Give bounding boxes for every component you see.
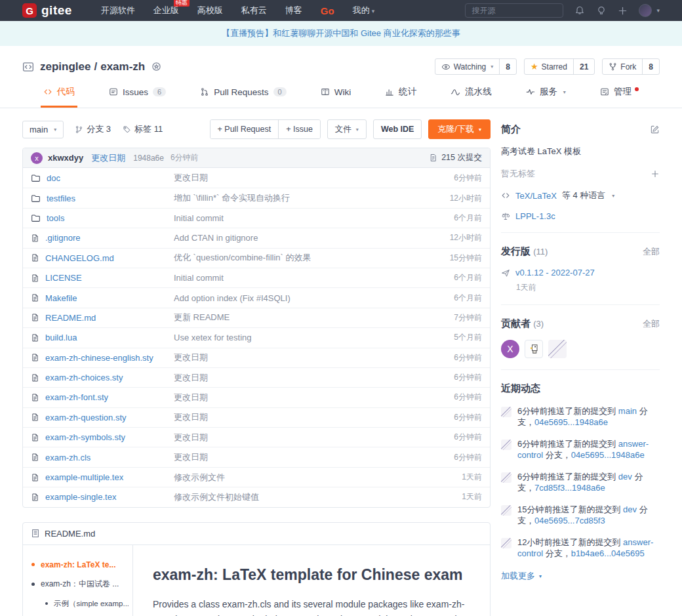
file-name-link[interactable]: doc [31, 173, 174, 183]
branch-selector[interactable]: main ▾ [22, 121, 64, 138]
file-commit-message[interactable]: Initial commit [174, 213, 446, 223]
nav-item-我的[interactable]: 我的▾ [353, 5, 375, 16]
user-menu[interactable]: ▾ [639, 4, 660, 17]
tab-manage[interactable]: 管理 [597, 85, 641, 108]
bulb-icon[interactable] [596, 5, 607, 16]
contributor-avatar[interactable]: X [501, 340, 519, 358]
repo-owner[interactable]: zepinglee [40, 60, 90, 73]
file-name-link[interactable]: exam-zh-font.sty [31, 392, 174, 402]
tab-issues[interactable]: Issues6 [106, 85, 169, 108]
commit-author[interactable]: xkwxdyy [48, 153, 83, 163]
contributors-all-link[interactable]: 全部 [643, 318, 660, 330]
license-link[interactable]: LPPL-1.3c [515, 211, 555, 221]
file-commit-message[interactable]: Initial commit [174, 273, 446, 283]
readme-filename[interactable]: README.md [45, 529, 95, 539]
activity-link[interactable]: main [618, 406, 637, 416]
nav-item-企业版[interactable]: 企业版特惠 [153, 5, 179, 16]
file-commit-message[interactable]: 增加 `\fillin*` 命令实现自动换行 [174, 192, 442, 204]
edit-icon[interactable] [650, 125, 660, 134]
activity-avatar[interactable] [501, 407, 512, 417]
activity-avatar[interactable] [501, 538, 512, 548]
tab-pulls[interactable]: Pull Requests0 [197, 85, 289, 108]
file-name-link[interactable]: Makefile [31, 293, 174, 303]
language-link[interactable]: TeX/LaTeX [515, 191, 557, 201]
add-tag-button[interactable] [651, 169, 660, 178]
activity-link[interactable]: dev [623, 504, 637, 514]
file-commit-message[interactable]: Use xetex for testing [174, 333, 446, 342]
release-version-link[interactable]: v0.1.12 - 2022-07-27 [515, 268, 595, 277]
file-name-link[interactable]: testfiles [31, 194, 174, 203]
tags-link[interactable]: 标签 11 [123, 123, 163, 135]
nav-item-开源软件[interactable]: 开源软件 [101, 5, 135, 16]
nav-item-Go[interactable]: Go [321, 5, 334, 16]
toc-item[interactable]: exam-zh：中国试卷 ... [31, 579, 129, 590]
file-commit-message[interactable]: Add CTAN in gitignore [174, 233, 442, 243]
contributor-avatar[interactable] [548, 340, 567, 358]
file-commit-message[interactable]: 更改日期 [174, 372, 446, 384]
gitee-logo[interactable]: G gitee [22, 3, 72, 18]
tab-service[interactable]: 服务▾ [523, 85, 569, 108]
commit-hash[interactable]: 1948a6e [133, 154, 164, 163]
file-commit-message[interactable]: 更改日期 [174, 451, 446, 463]
activity-link[interactable]: b1b4ae6...04e5695 [571, 548, 645, 558]
contributor-avatar[interactable] [525, 340, 543, 358]
file-name-link[interactable]: exam-zh-choices.sty [31, 373, 174, 382]
file-name-link[interactable]: README.md [31, 313, 174, 323]
activity-avatar[interactable] [501, 440, 512, 450]
fork-button[interactable]: Fork 8 [602, 58, 660, 75]
file-name-link[interactable]: .gitignore [31, 233, 174, 243]
star-button[interactable]: ★ Starred 21 [524, 58, 595, 75]
file-commit-message[interactable]: 修改示例文件 [174, 472, 454, 483]
nav-item-私有云[interactable]: 私有云 [241, 5, 267, 16]
file-commit-message[interactable]: 优化 `question/combine-fillin` 的效果 [174, 252, 442, 264]
activity-link[interactable]: 7cd85f3...1948a6e [534, 483, 605, 493]
chevron-down-icon[interactable]: ▾ [612, 193, 614, 199]
nav-item-博客[interactable]: 博客 [285, 5, 302, 16]
file-commit-message[interactable]: 更改日期 [174, 392, 446, 403]
file-name-link[interactable]: exam-zh-symbols.sty [31, 432, 174, 442]
new-pull-request-button[interactable]: + Pull Request [211, 120, 279, 138]
user-avatar[interactable] [639, 4, 652, 17]
tab-stats[interactable]: 统计 [382, 85, 419, 108]
toc-item[interactable]: 示例（simple examp... [45, 599, 129, 609]
fork-count[interactable]: 8 [642, 59, 659, 74]
search-input[interactable] [465, 3, 563, 18]
repo-name[interactable]: exam-zh [100, 60, 145, 73]
file-commit-message[interactable]: 更新 README [174, 312, 446, 323]
star-count[interactable]: 21 [573, 59, 594, 74]
watch-count[interactable]: 8 [499, 59, 516, 74]
file-name-link[interactable]: CHANGELOG.md [31, 253, 174, 263]
bell-icon[interactable] [574, 5, 585, 16]
nav-item-高校版[interactable]: 高校版 [197, 5, 223, 16]
branches-link[interactable]: 分支 3 [75, 123, 111, 135]
activity-link[interactable]: 04e5695...1948a6e [571, 450, 645, 460]
clone-download-button[interactable]: 克隆/下载 ▾ [428, 119, 491, 139]
file-name-link[interactable]: LICENSE [31, 273, 174, 283]
plus-icon[interactable] [618, 6, 628, 16]
file-name-link[interactable]: exam-zh.cls [31, 453, 174, 462]
file-name-link[interactable]: example-multiple.tex [31, 472, 174, 482]
activity-link[interactable]: dev [618, 472, 632, 482]
activity-link[interactable]: 04e5695...7cd85f3 [534, 516, 605, 525]
commits-total-link[interactable]: 215 次提交 [429, 152, 482, 163]
file-commit-message[interactable]: 修改示例文件初始键值 [174, 491, 454, 503]
activity-avatar[interactable] [501, 472, 512, 483]
new-issue-button[interactable]: + Issue [278, 120, 320, 138]
watch-button[interactable]: Watching ▾ 8 [435, 58, 517, 75]
load-more-button[interactable]: 加载更多 ▾ [501, 570, 660, 582]
activity-avatar[interactable] [501, 505, 512, 516]
file-commit-message[interactable]: 更改日期 [174, 432, 446, 443]
tab-wiki[interactable]: Wiki [318, 85, 354, 108]
file-name-link[interactable]: exam-zh-chinese-english.sty [31, 353, 174, 363]
file-name-link[interactable]: example-single.tex [31, 492, 174, 502]
tab-pipeline[interactable]: 流水线 [448, 85, 494, 108]
file-name-link[interactable]: tools [31, 213, 174, 223]
web-ide-button[interactable]: Web IDE [373, 119, 422, 139]
announcement-link[interactable]: 【直播预告】和红薯聊聊开源中国和 Gitee 商业化探索的那些事 [222, 28, 460, 39]
file-commit-message[interactable]: 更改日期 [174, 352, 446, 363]
commit-author-avatar[interactable]: x [31, 152, 43, 164]
releases-all-link[interactable]: 全部 [643, 246, 660, 258]
file-commit-message[interactable]: 更改日期 [174, 411, 446, 423]
file-name-link[interactable]: exam-zh-question.sty [31, 413, 174, 422]
file-commit-message[interactable]: Add option index (Fix #I4SQLI) [174, 293, 446, 303]
